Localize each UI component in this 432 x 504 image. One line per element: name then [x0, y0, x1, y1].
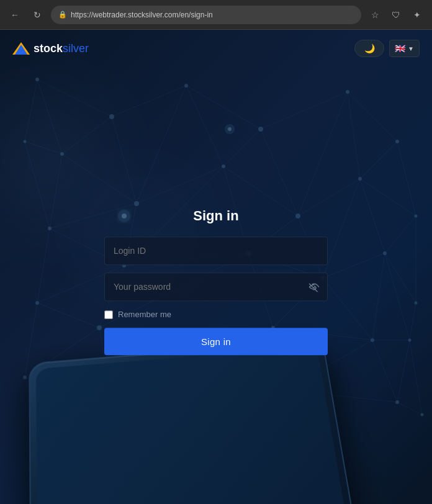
svg-line-37	[25, 142, 50, 228]
shield-icon[interactable]: 🛡	[387, 6, 405, 24]
address-bar[interactable]: 🔒 https://webtrader.stocksilver.com/en/s…	[51, 6, 361, 24]
svg-line-47	[372, 253, 385, 340]
svg-point-95	[421, 413, 424, 416]
svg-line-16	[137, 166, 223, 204]
svg-point-71	[346, 90, 349, 94]
back-button[interactable]: ←	[6, 6, 24, 24]
svg-line-4	[348, 92, 397, 142]
svg-line-19	[25, 79, 37, 142]
password-group	[104, 272, 328, 301]
moon-icon: 🌙	[364, 43, 375, 53]
svg-point-79	[415, 215, 418, 218]
signin-title: Sign in	[104, 208, 328, 224]
svg-point-86	[97, 325, 102, 330]
svg-line-3	[261, 92, 348, 129]
svg-line-5	[37, 79, 62, 154]
svg-line-12	[298, 92, 348, 216]
svg-point-80	[48, 227, 52, 230]
svg-line-48	[385, 253, 410, 340]
reload-button[interactable]: ↻	[29, 6, 46, 24]
password-toggle-button[interactable]	[308, 282, 320, 292]
svg-point-89	[408, 339, 412, 342]
svg-line-9	[186, 86, 223, 166]
logo-stock: stock	[34, 42, 63, 55]
bookmark-icon[interactable]: ☆	[366, 6, 384, 24]
remember-me-row: Remember me	[104, 310, 328, 319]
login-id-group	[104, 236, 328, 265]
svg-line-46	[323, 278, 372, 340]
svg-line-23	[50, 154, 62, 228]
browser-chrome: ← ↻ 🔒 https://webtrader.stocksilver.com/…	[0, 0, 432, 30]
logo: stocksilver	[12, 40, 89, 57]
svg-line-30	[323, 179, 360, 278]
svg-point-73	[60, 152, 64, 156]
svg-line-7	[112, 117, 137, 204]
dark-mode-button[interactable]: 🌙	[354, 40, 384, 57]
svg-line-31	[360, 179, 385, 253]
remember-me-label: Remember me	[118, 310, 171, 319]
svg-point-77	[358, 177, 362, 181]
password-input[interactable]	[104, 272, 328, 301]
language-button[interactable]: 🇬🇧 ▼	[389, 40, 420, 57]
svg-line-20	[25, 142, 62, 154]
svg-point-67	[35, 78, 39, 81]
svg-line-14	[360, 142, 397, 179]
logo-icon	[12, 40, 30, 57]
svg-point-84	[383, 251, 387, 255]
svg-line-15	[62, 154, 137, 204]
svg-point-90	[415, 302, 418, 305]
svg-line-13	[348, 92, 360, 179]
chevron-down-icon: ▼	[408, 45, 414, 52]
svg-line-66	[397, 402, 422, 415]
svg-line-22	[360, 179, 416, 216]
device-screen	[36, 346, 347, 504]
svg-line-50	[37, 303, 99, 328]
nav-right: 🌙 🇬🇧 ▼	[354, 40, 420, 57]
page-area: stocksilver 🌙 🇬🇧 ▼ Sign in	[0, 30, 432, 504]
logo-silver: silver	[63, 42, 89, 55]
svg-line-49	[410, 303, 416, 340]
svg-point-91	[23, 376, 27, 379]
svg-point-75	[222, 164, 225, 168]
svg-point-68	[109, 114, 114, 119]
svg-line-0	[37, 79, 112, 117]
svg-point-72	[395, 140, 399, 143]
svg-point-70	[258, 127, 263, 132]
svg-line-6	[62, 117, 112, 154]
svg-line-21	[397, 142, 416, 216]
svg-point-88	[371, 338, 374, 342]
remember-me-checkbox[interactable]	[104, 310, 113, 319]
svg-point-99	[228, 127, 232, 131]
svg-line-60	[372, 340, 397, 402]
svg-line-32	[385, 216, 416, 253]
login-id-input[interactable]	[104, 236, 328, 265]
device-display	[29, 340, 356, 504]
svg-line-36	[323, 253, 385, 278]
svg-line-11	[261, 129, 298, 216]
top-nav: stocksilver 🌙 🇬🇧 ▼	[0, 30, 432, 67]
svg-line-2	[186, 86, 261, 129]
svg-line-65	[410, 340, 422, 415]
svg-line-40	[37, 228, 50, 303]
svg-point-94	[395, 400, 399, 404]
eye-slash-icon	[308, 282, 320, 292]
signin-form-container: Sign in Remember me Sign in	[104, 208, 328, 355]
browser-actions: ☆ 🛡 ✦	[366, 6, 426, 24]
svg-point-69	[184, 84, 188, 88]
logo-text: stocksilver	[34, 42, 89, 55]
svg-point-78	[24, 140, 27, 143]
svg-point-74	[134, 201, 139, 206]
flag-icon: 🇬🇧	[395, 43, 405, 53]
lock-icon: 🔒	[58, 11, 67, 19]
svg-line-10	[223, 129, 261, 166]
svg-line-61	[397, 340, 410, 402]
svg-point-85	[35, 301, 39, 305]
svg-line-39	[385, 253, 416, 303]
extensions-icon[interactable]: ✦	[408, 6, 426, 24]
url-text: https://webtrader.stocksilver.com/en/sig…	[71, 11, 213, 19]
signin-button[interactable]: Sign in	[104, 328, 328, 355]
